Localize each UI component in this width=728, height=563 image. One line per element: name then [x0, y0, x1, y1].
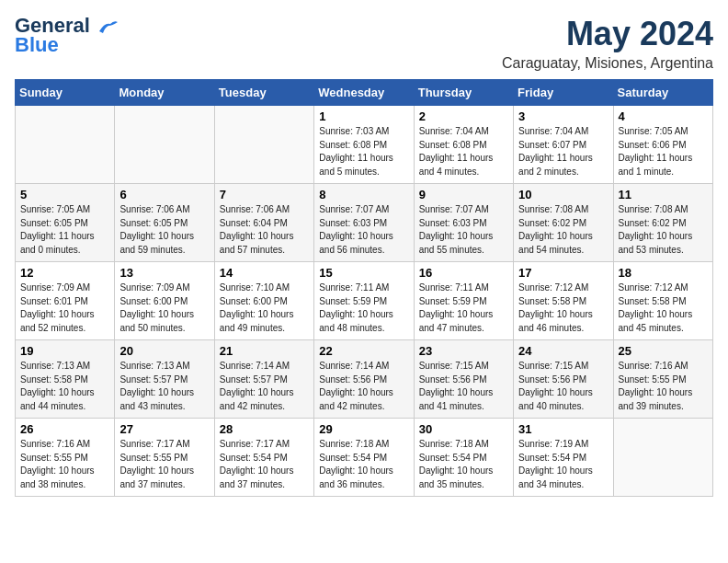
- location-subtitle: Caraguatay, Misiones, Argentina: [502, 55, 713, 72]
- calendar-day-cell: 3Sunrise: 7:04 AMSunset: 6:07 PMDaylight…: [514, 106, 613, 184]
- day-info: Sunrise: 7:18 AMSunset: 5:54 PMDaylight:…: [419, 438, 508, 491]
- day-number: 13: [119, 266, 209, 280]
- day-number: 29: [319, 422, 408, 436]
- calendar-day-cell: 23Sunrise: 7:15 AMSunset: 5:56 PMDayligh…: [414, 340, 513, 419]
- day-info: Sunrise: 7:12 AMSunset: 5:58 PMDaylight:…: [619, 282, 708, 335]
- day-number: 17: [518, 266, 608, 280]
- day-info: Sunrise: 7:05 AMSunset: 6:05 PMDaylight:…: [20, 203, 109, 257]
- day-number: 24: [518, 344, 608, 358]
- col-header-friday: Friday: [514, 80, 613, 106]
- calendar-day-cell: 28Sunrise: 7:17 AMSunset: 5:54 PMDayligh…: [214, 419, 313, 497]
- calendar-day-cell: 8Sunrise: 7:07 AMSunset: 6:03 PMDaylight…: [314, 184, 414, 262]
- calendar-day-cell: 18Sunrise: 7:12 AMSunset: 5:58 PMDayligh…: [613, 262, 712, 340]
- logo: General Blue: [15, 15, 118, 57]
- col-header-tuesday: Tuesday: [214, 80, 313, 106]
- calendar-week-row: 1Sunrise: 7:03 AMSunset: 6:08 PMDaylight…: [16, 106, 713, 184]
- day-info: Sunrise: 7:07 AMSunset: 6:03 PMDaylight:…: [419, 203, 508, 257]
- calendar-day-cell: 29Sunrise: 7:18 AMSunset: 5:54 PMDayligh…: [314, 419, 414, 497]
- calendar-day-cell: 22Sunrise: 7:14 AMSunset: 5:56 PMDayligh…: [314, 340, 414, 419]
- day-info: Sunrise: 7:14 AMSunset: 5:56 PMDaylight:…: [319, 360, 408, 413]
- day-info: Sunrise: 7:15 AMSunset: 5:56 PMDaylight:…: [518, 360, 608, 413]
- day-number: 12: [20, 266, 109, 280]
- calendar-header-row: SundayMondayTuesdayWednesdayThursdayFrid…: [16, 80, 713, 106]
- calendar-day-cell: 16Sunrise: 7:11 AMSunset: 5:59 PMDayligh…: [414, 262, 513, 340]
- calendar-day-cell: 17Sunrise: 7:12 AMSunset: 5:58 PMDayligh…: [514, 262, 613, 340]
- day-number: 27: [119, 422, 209, 436]
- day-info: Sunrise: 7:13 AMSunset: 5:58 PMDaylight:…: [20, 360, 109, 413]
- col-header-saturday: Saturday: [613, 80, 712, 106]
- day-number: 8: [319, 188, 408, 201]
- day-number: 5: [20, 188, 109, 201]
- day-info: Sunrise: 7:09 AMSunset: 6:00 PMDaylight:…: [119, 282, 209, 335]
- title-area: May 2024 Caraguatay, Misiones, Argentina: [502, 15, 713, 72]
- calendar-day-cell: [613, 419, 712, 497]
- day-info: Sunrise: 7:17 AMSunset: 5:54 PMDaylight:…: [220, 438, 309, 491]
- day-number: 28: [220, 422, 309, 436]
- calendar-day-cell: 20Sunrise: 7:13 AMSunset: 5:57 PMDayligh…: [115, 340, 214, 419]
- calendar-day-cell: 15Sunrise: 7:11 AMSunset: 5:59 PMDayligh…: [314, 262, 414, 340]
- calendar-day-cell: 9Sunrise: 7:07 AMSunset: 6:03 PMDaylight…: [414, 184, 513, 262]
- day-info: Sunrise: 7:04 AMSunset: 6:08 PMDaylight:…: [419, 125, 508, 178]
- day-info: Sunrise: 7:16 AMSunset: 5:55 PMDaylight:…: [619, 360, 708, 413]
- calendar-day-cell: 24Sunrise: 7:15 AMSunset: 5:56 PMDayligh…: [514, 340, 613, 419]
- page-header: General Blue May 2024 Caraguatay, Mision…: [15, 15, 713, 72]
- day-info: Sunrise: 7:10 AMSunset: 6:00 PMDaylight:…: [220, 282, 309, 335]
- calendar-day-cell: 7Sunrise: 7:06 AMSunset: 6:04 PMDaylight…: [214, 184, 313, 262]
- day-number: 20: [119, 344, 209, 358]
- day-number: 26: [20, 422, 109, 436]
- calendar-day-cell: 30Sunrise: 7:18 AMSunset: 5:54 PMDayligh…: [414, 419, 513, 497]
- day-info: Sunrise: 7:12 AMSunset: 5:58 PMDaylight:…: [518, 282, 608, 335]
- calendar-day-cell: 12Sunrise: 7:09 AMSunset: 6:01 PMDayligh…: [16, 262, 115, 340]
- day-info: Sunrise: 7:09 AMSunset: 6:01 PMDaylight:…: [20, 282, 109, 335]
- calendar-day-cell: [214, 106, 313, 184]
- calendar-day-cell: 27Sunrise: 7:17 AMSunset: 5:55 PMDayligh…: [115, 419, 214, 497]
- day-number: 7: [220, 188, 309, 201]
- day-info: Sunrise: 7:04 AMSunset: 6:07 PMDaylight:…: [518, 125, 608, 178]
- calendar-day-cell: 19Sunrise: 7:13 AMSunset: 5:58 PMDayligh…: [16, 340, 115, 419]
- day-number: 15: [319, 266, 408, 280]
- day-number: 10: [518, 188, 608, 201]
- calendar-day-cell: 31Sunrise: 7:19 AMSunset: 5:54 PMDayligh…: [514, 419, 613, 497]
- calendar-table: SundayMondayTuesdayWednesdayThursdayFrid…: [15, 79, 713, 497]
- day-number: 2: [419, 109, 508, 123]
- day-info: Sunrise: 7:05 AMSunset: 6:06 PMDaylight:…: [619, 125, 708, 178]
- month-year-title: May 2024: [502, 15, 713, 53]
- day-number: 18: [619, 266, 708, 280]
- calendar-day-cell: 25Sunrise: 7:16 AMSunset: 5:55 PMDayligh…: [613, 340, 712, 419]
- calendar-week-row: 12Sunrise: 7:09 AMSunset: 6:01 PMDayligh…: [16, 262, 713, 340]
- day-number: 21: [220, 344, 309, 358]
- day-number: 25: [619, 344, 708, 358]
- calendar-day-cell: 14Sunrise: 7:10 AMSunset: 6:00 PMDayligh…: [214, 262, 313, 340]
- calendar-week-row: 26Sunrise: 7:16 AMSunset: 5:55 PMDayligh…: [16, 419, 713, 497]
- logo-blue: Blue: [15, 33, 59, 57]
- calendar-day-cell: 6Sunrise: 7:06 AMSunset: 6:05 PMDaylight…: [115, 184, 214, 262]
- day-info: Sunrise: 7:15 AMSunset: 5:56 PMDaylight:…: [419, 360, 508, 413]
- day-number: 9: [419, 188, 508, 201]
- day-number: 4: [619, 109, 708, 123]
- day-number: 14: [220, 266, 309, 280]
- calendar-day-cell: 10Sunrise: 7:08 AMSunset: 6:02 PMDayligh…: [514, 184, 613, 262]
- day-number: 19: [20, 344, 109, 358]
- calendar-day-cell: 4Sunrise: 7:05 AMSunset: 6:06 PMDaylight…: [613, 106, 712, 184]
- calendar-week-row: 5Sunrise: 7:05 AMSunset: 6:05 PMDaylight…: [16, 184, 713, 262]
- col-header-wednesday: Wednesday: [314, 80, 414, 106]
- calendar-week-row: 19Sunrise: 7:13 AMSunset: 5:58 PMDayligh…: [16, 340, 713, 419]
- calendar-day-cell: 26Sunrise: 7:16 AMSunset: 5:55 PMDayligh…: [16, 419, 115, 497]
- day-info: Sunrise: 7:08 AMSunset: 6:02 PMDaylight:…: [518, 203, 608, 257]
- day-number: 16: [419, 266, 508, 280]
- day-number: 31: [518, 422, 608, 436]
- calendar-day-cell: [16, 106, 115, 184]
- day-info: Sunrise: 7:11 AMSunset: 5:59 PMDaylight:…: [319, 282, 408, 335]
- day-number: 23: [419, 344, 508, 358]
- day-info: Sunrise: 7:08 AMSunset: 6:02 PMDaylight:…: [619, 203, 708, 257]
- day-number: 3: [518, 109, 608, 123]
- day-info: Sunrise: 7:13 AMSunset: 5:57 PMDaylight:…: [119, 360, 209, 413]
- day-info: Sunrise: 7:06 AMSunset: 6:04 PMDaylight:…: [220, 203, 309, 257]
- day-info: Sunrise: 7:18 AMSunset: 5:54 PMDaylight:…: [319, 438, 408, 491]
- day-info: Sunrise: 7:06 AMSunset: 6:05 PMDaylight:…: [119, 203, 209, 257]
- calendar-day-cell: 11Sunrise: 7:08 AMSunset: 6:02 PMDayligh…: [613, 184, 712, 262]
- calendar-day-cell: 21Sunrise: 7:14 AMSunset: 5:57 PMDayligh…: [214, 340, 313, 419]
- day-info: Sunrise: 7:11 AMSunset: 5:59 PMDaylight:…: [419, 282, 508, 335]
- day-info: Sunrise: 7:16 AMSunset: 5:55 PMDaylight:…: [20, 438, 109, 491]
- day-info: Sunrise: 7:19 AMSunset: 5:54 PMDaylight:…: [518, 438, 608, 491]
